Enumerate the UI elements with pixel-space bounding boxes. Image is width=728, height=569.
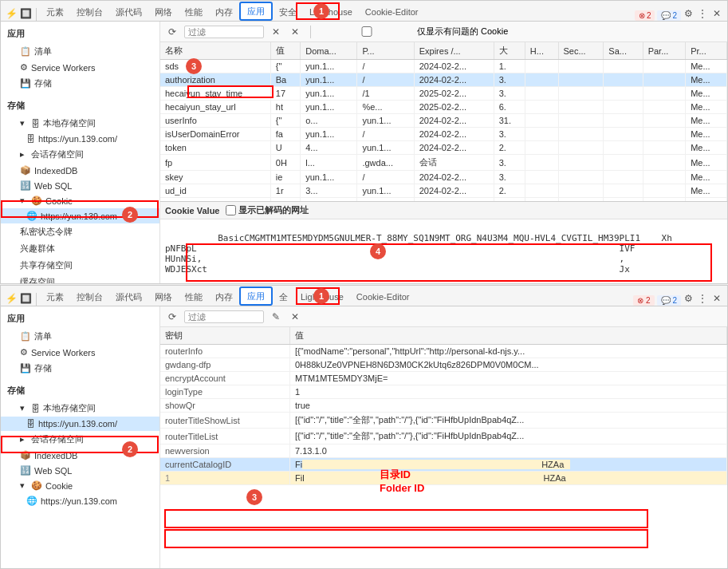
bottom-sidebar-manifest[interactable]: 📋 清单 xyxy=(1,328,159,345)
storage-row[interactable]: gwdang-dfp0H88kUZe0VPNEH8N6D3M0CK2kUtq6z… xyxy=(160,358,727,372)
bottom-settings-icon[interactable]: ⚙ xyxy=(681,291,695,306)
bottom-sidebar-cookie[interactable]: 🍪 Cookie xyxy=(1,478,159,493)
tab-application[interactable]: 应用 xyxy=(239,2,273,21)
sidebar-item-session-storage[interactable]: 会话存储空间 xyxy=(1,146,159,163)
cookie-row[interactable]: authorizationBayun.1.../2024-02-2...3.Me… xyxy=(160,73,727,87)
b-filter-input[interactable] xyxy=(184,310,264,323)
sidebar-item-shared-storage[interactable]: 共享存储空间 xyxy=(1,257,159,274)
cookie-row[interactable]: sds{"yun.1.../2024-02-2...1.Me... xyxy=(160,60,727,73)
sidebar-item-indexeddb[interactable]: 📦 IndexedDB xyxy=(1,163,159,178)
table-row: fp xyxy=(160,155,270,171)
refresh-icon[interactable]: ⟳ xyxy=(165,25,179,39)
bottom-devtools-icon-1[interactable]: ⚡ xyxy=(4,291,18,306)
bottom-tab-performance[interactable]: 性能 xyxy=(179,286,209,306)
sidebar-item-websql[interactable]: 🔢 Web SQL xyxy=(1,178,159,193)
show-decoded-label[interactable]: 显示已解码的网址 xyxy=(226,204,309,216)
storage-row[interactable]: newversion7.13.1.0 xyxy=(160,445,727,458)
close-icon[interactable]: ✕ xyxy=(710,6,724,21)
cookie-row[interactable]: userInfo{"o...yun.1...2024-02-2...31.Me.… xyxy=(160,114,727,128)
filter-input[interactable] xyxy=(184,26,264,38)
bottom-devtools-icon-2[interactable]: 🔲 xyxy=(18,291,33,306)
sidebar-item-cache[interactable]: 缓存空间 xyxy=(1,274,159,283)
tab-network[interactable]: 网络 xyxy=(148,2,179,21)
tab-security[interactable]: 安全 xyxy=(273,2,303,21)
sidebar-item-storage[interactable]: 💾 存储 xyxy=(1,75,159,92)
bottom-tab-console[interactable]: 控制台 xyxy=(70,286,109,306)
bottom-tab-elements[interactable]: 元素 xyxy=(40,286,70,306)
cookie-row[interactable]: ud_id1r3...yun.1...2024-02-2...2.Me... xyxy=(160,184,727,198)
storage-row[interactable]: loginType1 xyxy=(160,385,727,399)
bottom-tab-memory[interactable]: 内存 xyxy=(209,286,239,306)
b-col-key[interactable]: 密钥 xyxy=(160,327,290,345)
show-problems-label[interactable]: 仅显示有问题的 Cookie xyxy=(319,26,508,38)
bottom-sidebar-storage-item[interactable]: 💾 存储 xyxy=(1,360,159,377)
storage-row[interactable]: currentCatalogIDFiHZAa xyxy=(160,458,727,472)
col-sa[interactable]: Sa... xyxy=(604,42,643,60)
cookie-row[interactable]: skeyieyun.1.../2024-02-2...3.Me... xyxy=(160,171,727,184)
devtools-icon-2[interactable]: 🔲 xyxy=(18,6,33,21)
bottom-close-icon[interactable]: ✕ xyxy=(710,291,724,306)
col-size[interactable]: 大 xyxy=(494,42,525,60)
sidebar-item-cookie[interactable]: 🍪 Cookie xyxy=(1,193,159,208)
cookie-row[interactable]: isUserDomainErrorfayun.1.../2024-02-2...… xyxy=(160,128,727,141)
b-edit-icon[interactable]: ✎ xyxy=(269,310,283,324)
show-decoded-checkbox[interactable] xyxy=(226,205,236,215)
bottom-tab-sources[interactable]: 源代码 xyxy=(109,286,148,306)
b-delete-icon[interactable]: ✕ xyxy=(288,310,302,324)
col-h[interactable]: H... xyxy=(525,42,558,60)
settings-icon[interactable]: ⚙ xyxy=(681,6,695,21)
col-expires[interactable]: Expires /... xyxy=(414,42,494,60)
cookie-row[interactable]: hecaiyun_stay_urlhtyun.1...%e...2025-02-… xyxy=(160,101,727,114)
sidebar-item-private-state[interactable]: 私密状态令牌 xyxy=(1,223,159,240)
sidebar-item-interest-groups[interactable]: 兴趣群体 xyxy=(1,240,159,257)
col-pr[interactable]: Pr... xyxy=(686,42,727,60)
sidebar-item-manifest[interactable]: 📋 清单 xyxy=(1,43,159,60)
tab-sources[interactable]: 源代码 xyxy=(109,2,148,21)
storage-row[interactable]: showQrtrue xyxy=(160,399,727,413)
storage-row[interactable]: routerInfo[{"modName":"personal","httpUr… xyxy=(160,345,727,358)
b-col-value[interactable]: 值 xyxy=(290,327,727,345)
bottom-tab-application[interactable]: 应用 xyxy=(239,286,273,306)
bottom-sidebar-local[interactable]: 🗄 本地存储空间 xyxy=(1,400,159,417)
storage-row[interactable]: encryptAccountMTM1MTE5MDY3MjE= xyxy=(160,372,727,385)
table-row xyxy=(558,141,604,155)
storage-row[interactable]: routerTitleShowList[{"id":"/","title":"全… xyxy=(160,413,727,429)
tab-lighthouse[interactable]: Lighthouse xyxy=(303,2,359,21)
col-name[interactable]: 名称 xyxy=(160,42,270,60)
filter-x-icon[interactable]: ✕ xyxy=(288,25,302,39)
table-row: token xyxy=(160,141,270,155)
more-icon[interactable]: ⋮ xyxy=(695,6,710,21)
sidebar-item-local-storage[interactable]: 🗄 本地存储空间 xyxy=(1,115,159,132)
col-sec[interactable]: Sec... xyxy=(558,42,604,60)
bottom-sidebar-local-url[interactable]: 🗄 https://yun.139.com/ xyxy=(1,417,159,431)
tab-elements[interactable]: 元素 xyxy=(40,2,70,21)
col-path[interactable]: P... xyxy=(357,42,414,60)
col-par[interactable]: Par... xyxy=(643,42,686,60)
bottom-more-icon[interactable]: ⋮ xyxy=(695,291,710,306)
bottom-sidebar-sw[interactable]: ⚙ Service Workers xyxy=(1,345,159,360)
sidebar-item-local-storage-url[interactable]: 🗄 https://yun.139.com/ xyxy=(1,132,159,146)
cookie-row[interactable]: fp0Hl....gwda...会话3.Me... xyxy=(160,155,727,171)
show-problems-checkbox[interactable] xyxy=(319,26,415,37)
table-row xyxy=(643,141,686,155)
bottom-tab-network[interactable]: 网络 xyxy=(148,286,179,306)
tab-console[interactable]: 控制台 xyxy=(70,2,109,21)
top-panel: ⚡ 🔲 元素 控制台 源代码 网络 性能 内存 应用 安全 Lighthouse… xyxy=(0,0,728,284)
col-domain[interactable]: Doma... xyxy=(301,42,357,60)
col-value[interactable]: 值 xyxy=(270,42,300,60)
bottom-sidebar-cookie-url[interactable]: 🌐 https://yun.139.com xyxy=(1,493,159,508)
tab-cookie-editor[interactable]: Cookie-Editor xyxy=(359,2,425,21)
devtools-icon-1[interactable]: ⚡ xyxy=(4,6,18,21)
cookie-row[interactable]: tokenU4...yun.1...2024-02-2...2.Me... xyxy=(160,141,727,155)
bottom-sidebar-sql[interactable]: 🔢 Web SQL xyxy=(1,463,159,478)
bottom-tab-cookie-editor[interactable]: Cookie-Editor xyxy=(350,286,416,306)
storage-row[interactable]: routerTitleList[{"id":"/","title":"全部","… xyxy=(160,429,727,445)
filter-clear-icon[interactable]: ✕ xyxy=(269,25,283,39)
tab-performance[interactable]: 性能 xyxy=(179,2,209,21)
sidebar-item-service-workers[interactable]: ⚙ Service Workers xyxy=(1,60,159,75)
tab-memory[interactable]: 内存 xyxy=(209,2,239,21)
bottom-tab-all[interactable]: 全 xyxy=(273,286,294,306)
storage-edit-row[interactable]: 1FilHZAa xyxy=(160,472,727,485)
b-refresh-icon[interactable]: ⟳ xyxy=(165,310,179,324)
cookie-row[interactable]: hecaiyun_stay_time17yun.1.../12025-02-2.… xyxy=(160,87,727,101)
